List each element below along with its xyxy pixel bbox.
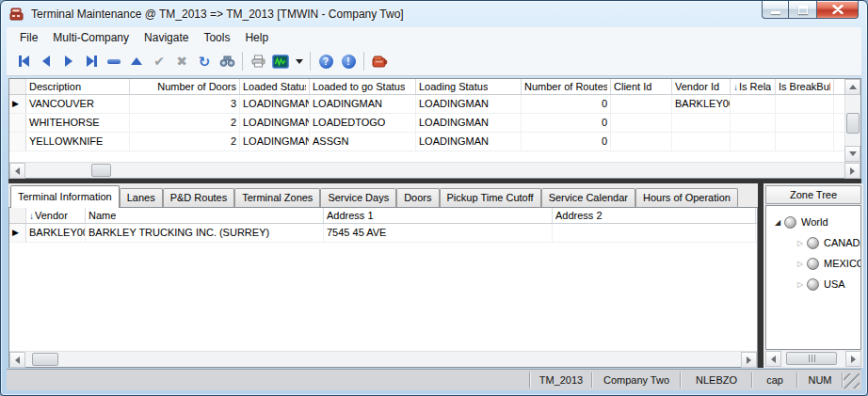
tab-service-calendar[interactable]: Service Calendar	[541, 188, 635, 207]
cell	[776, 95, 834, 113]
table-row[interactable]: ▶VANCOUVER3LOADINGMANLOADINGMANLOADINGMA…	[9, 95, 844, 114]
scroll-down-icon	[849, 151, 857, 156]
row-selector[interactable]	[9, 133, 26, 150]
restore-button[interactable]	[789, 1, 816, 19]
previous-record-button[interactable]	[35, 50, 57, 72]
tab-lanes[interactable]: Lanes	[120, 188, 163, 207]
row-selector[interactable]	[9, 114, 26, 132]
tab-terminal-zones[interactable]: Terminal Zones	[234, 188, 320, 207]
first-record-button[interactable]	[12, 50, 35, 72]
scroll-thumb[interactable]	[32, 353, 58, 366]
resize-grip[interactable]	[844, 373, 860, 388]
remove-record-button[interactable]	[103, 50, 125, 72]
scroll-thumb[interactable]	[91, 164, 111, 177]
tree-expanded-icon[interactable]: ◢	[772, 218, 783, 227]
column-header-description[interactable]: Description	[26, 79, 130, 94]
menu-file[interactable]: File	[12, 29, 45, 46]
table-row[interactable]: YELLOWKNIFE2LOADINGMANASSGNLOADINGMAN0	[9, 133, 844, 151]
column-header-loading-status[interactable]: Loading Status	[416, 79, 522, 94]
column-header-address-2[interactable]: Address 2	[553, 208, 756, 223]
menu-multi-company[interactable]: Multi-Company	[45, 29, 137, 46]
tab-hours-of-operation[interactable]: Hours of Operation	[635, 188, 738, 207]
tree-item-usa[interactable]: ▷USA	[766, 274, 860, 294]
column-header-is-breakbulk[interactable]: Is BreakBulk	[776, 79, 834, 94]
help-button[interactable]: ?	[314, 50, 337, 72]
scroll-up-button[interactable]	[844, 79, 860, 95]
cell	[672, 133, 731, 150]
application-window: Terminal Maintenance @ TM_2013 => TM_201…	[0, 0, 868, 396]
scroll-left-button[interactable]	[9, 352, 25, 368]
tree-collapsed-icon[interactable]: ▷	[795, 260, 806, 268]
toolbar-separator	[363, 52, 364, 71]
toolbar-separator	[310, 52, 311, 71]
zone-tree-scrollbar[interactable]	[765, 351, 861, 367]
tab-doors[interactable]: Doors	[396, 188, 439, 207]
close-button[interactable]	[816, 1, 859, 19]
cell: LOADEDTOGO	[310, 114, 416, 132]
row-selector[interactable]: ▶	[9, 224, 26, 242]
next-record-button[interactable]	[57, 50, 80, 72]
selector-header[interactable]	[9, 208, 26, 223]
tab-pickup-time-cutoff[interactable]: Pickup Time Cutoff	[440, 188, 541, 207]
tab-service-days[interactable]: Service Days	[320, 188, 396, 207]
menu-tools[interactable]: Tools	[196, 29, 237, 46]
column-header-loaded-to-go-status[interactable]: Loaded to go Status	[310, 79, 416, 94]
column-header-number-of-doors[interactable]: Number of Doors	[130, 79, 240, 94]
terminal-display-dropdown-button[interactable]	[292, 50, 306, 72]
refresh-button[interactable]: ↻	[193, 50, 216, 72]
tree-item-mexico[interactable]: ▷MEXICO	[766, 253, 860, 274]
status-bar: TM_2013Company TwoNLEBZOcapNUM	[7, 369, 861, 390]
scroll-left-button[interactable]	[765, 351, 781, 367]
column-header-is-rela[interactable]: ↓Is Rela	[731, 79, 776, 94]
zone-tree-header[interactable]: Zone Tree	[765, 185, 861, 204]
column-header-loaded-status[interactable]: Loaded Status	[240, 79, 310, 94]
tree-item-canada[interactable]: ▷CANADA	[766, 232, 860, 253]
terminal-display-button[interactable]	[269, 50, 292, 72]
column-header-vendor-id[interactable]: Vendor Id	[672, 79, 731, 94]
column-header-address-1[interactable]: Address 1	[324, 208, 553, 223]
scroll-left-button[interactable]	[9, 163, 25, 179]
column-header-name[interactable]: Name	[86, 208, 324, 223]
print-button[interactable]	[247, 50, 269, 72]
scroll-right-button[interactable]	[845, 351, 861, 367]
move-up-button[interactable]	[125, 50, 148, 72]
accept-icon: ✔	[153, 55, 165, 68]
horizontal-scrollbar[interactable]	[9, 351, 757, 367]
table-row[interactable]: WHITEHORSE2LOADINGMANLOADEDTOGOLOADINGMA…	[9, 114, 844, 133]
find-button[interactable]	[216, 50, 238, 72]
menu-navigate[interactable]: Navigate	[137, 29, 196, 46]
last-record-button[interactable]	[80, 50, 103, 72]
column-label: Loaded Status	[243, 81, 306, 92]
row-selector-arrow: ▶	[12, 97, 25, 110]
scroll-right-button[interactable]	[844, 163, 860, 179]
tree-collapsed-icon[interactable]: ▷	[795, 280, 806, 289]
menu-help[interactable]: Help	[237, 29, 276, 46]
horizontal-scrollbar[interactable]	[9, 162, 860, 178]
about-button[interactable]: !	[337, 50, 360, 72]
column-header-client-id[interactable]: Client Id	[611, 79, 672, 94]
cell	[731, 133, 776, 150]
vertical-scrollbar[interactable]	[844, 79, 860, 162]
scroll-down-button[interactable]	[844, 146, 860, 162]
cancel-button[interactable]: ✖	[170, 50, 193, 72]
cell: BARKLEY001	[26, 224, 86, 242]
scroll-right-button[interactable]	[741, 352, 757, 368]
title-bar[interactable]: Terminal Maintenance @ TM_2013 => TM_201…	[1, 1, 867, 27]
tab-p-d-routes[interactable]: P&D Routes	[163, 188, 235, 207]
cell: 2	[130, 114, 240, 132]
cell: 7545 45 AVE	[324, 224, 553, 242]
table-row[interactable]: ▶BARKLEY001BARKLEY TRUCKING INC. (SURREY…	[9, 224, 757, 243]
column-header-number-of-routes[interactable]: Number of Routes	[522, 79, 611, 94]
row-selector[interactable]: ▶	[9, 95, 26, 113]
cell: ASSGN	[310, 133, 416, 150]
tree-collapsed-icon[interactable]: ▷	[795, 239, 806, 247]
scroll-thumb[interactable]	[786, 352, 837, 365]
scroll-thumb[interactable]	[846, 113, 860, 134]
tab-terminal-information[interactable]: Terminal Information	[10, 185, 120, 208]
column-header-vendor[interactable]: ↓Vendor	[26, 208, 86, 223]
minimize-button[interactable]	[762, 1, 789, 19]
accept-button[interactable]: ✔	[148, 50, 170, 72]
tree-item-world[interactable]: ◢World	[766, 212, 860, 232]
selector-header[interactable]	[9, 79, 26, 94]
exit-button[interactable]	[368, 50, 391, 72]
